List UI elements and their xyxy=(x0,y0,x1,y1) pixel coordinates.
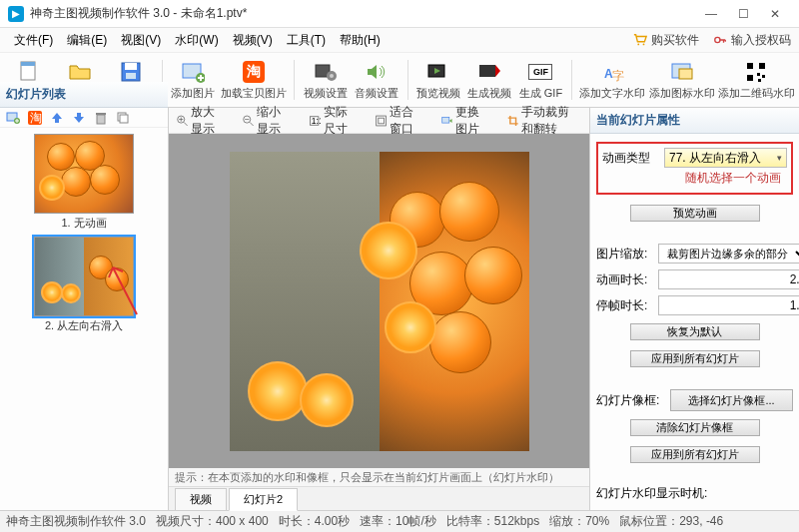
menu-file[interactable]: 文件(F) xyxy=(8,29,59,52)
restore-default-button[interactable]: 恢复为默认 xyxy=(630,323,760,340)
hint-text: 提示：在本页添加的水印和像框，只会显示在当前幻灯片画面上（幻灯片水印） xyxy=(169,468,589,486)
qr-watermark-button[interactable]: 添加二维码水印 xyxy=(718,56,795,105)
license-label: 输入授权码 xyxy=(731,32,791,49)
anim-dur-label: 动画时长: xyxy=(596,271,654,288)
svg-text:1:1: 1:1 xyxy=(312,115,320,125)
svg-point-12 xyxy=(330,74,334,78)
export-icon xyxy=(477,60,501,84)
license-link[interactable]: 输入授权码 xyxy=(713,32,791,49)
sidebar: 幻灯片列表 淘 1. 无动画 xyxy=(0,108,169,510)
select-frame-button[interactable]: 选择幻灯片像框... xyxy=(670,389,793,411)
slide-thumb-1[interactable]: 1. 无动画 xyxy=(34,134,134,231)
thumb-caption: 1. 无动画 xyxy=(61,216,106,231)
menu-edit[interactable]: 编辑(E) xyxy=(61,29,113,52)
crop-icon xyxy=(507,113,518,129)
slide-thumb-2[interactable]: 2. 从左向右滑入 xyxy=(34,237,134,333)
sidebar-title: 幻灯片列表 xyxy=(0,82,168,108)
key-icon xyxy=(713,33,727,47)
status-duration: 时长：4.00秒 xyxy=(279,513,350,530)
wm-during-anim-checkbox[interactable]: 在动画过程中显示水印 xyxy=(596,508,793,510)
svg-rect-18 xyxy=(679,69,692,79)
toolbar-separator xyxy=(407,60,408,100)
scale-dropdown[interactable]: 裁剪图片边缘多余的部分 xyxy=(658,244,799,264)
preview-anim-button[interactable]: 预览动画 xyxy=(630,205,760,222)
statusbar: 神奇主图视频制作软件 3.0 视频尺寸：400 x 400 时长：4.00秒 速… xyxy=(0,510,799,532)
add-image-button[interactable]: 添加图片 xyxy=(169,56,218,105)
move-down-icon[interactable] xyxy=(72,111,86,125)
menu-tools[interactable]: 工具(T) xyxy=(281,29,332,52)
audio-settings-icon xyxy=(365,60,389,84)
save-icon xyxy=(119,60,143,84)
status-mouse: 鼠标位置：293, -46 xyxy=(619,513,723,530)
properties-title: 当前幻灯片属性 xyxy=(590,108,799,134)
export-gif-button[interactable]: GIF生成 GIF xyxy=(516,56,565,105)
thumb-caption: 2. 从左向右滑入 xyxy=(45,318,123,333)
anim-dur-input[interactable] xyxy=(658,269,799,289)
svg-rect-14 xyxy=(479,65,495,77)
tab-video[interactable]: 视频 xyxy=(175,488,227,510)
sidebar-toolbar: 淘 xyxy=(0,108,168,128)
move-up-icon[interactable] xyxy=(50,111,64,125)
load-taobao-button[interactable]: 淘加载宝贝图片 xyxy=(220,56,288,105)
maximize-button[interactable]: ☐ xyxy=(727,0,759,28)
menu-video[interactable]: 视频(V) xyxy=(227,29,279,52)
tab-slide2[interactable]: 幻灯片2 xyxy=(229,488,298,511)
video-settings-button[interactable]: 视频设置 xyxy=(301,56,350,105)
preview-video-button[interactable]: 预览视频 xyxy=(413,56,462,105)
buy-link[interactable]: 购买软件 xyxy=(633,32,699,49)
minimize-button[interactable]: — xyxy=(695,0,727,28)
menu-help[interactable]: 帮助(H) xyxy=(334,29,387,52)
canvas-area[interactable] xyxy=(169,134,589,468)
scale-label: 图片缩放: xyxy=(596,246,654,263)
preview-icon xyxy=(426,60,450,84)
close-button[interactable]: ✕ xyxy=(759,0,791,28)
export-video-button[interactable]: 生成视频 xyxy=(465,56,514,105)
svg-text:淘: 淘 xyxy=(30,111,42,125)
svg-rect-32 xyxy=(120,115,128,123)
status-bitrate: 比特率：512kbps xyxy=(446,513,539,530)
center-panel: 放大显示 缩小显示 1:1实际尺寸 适合窗口 更换图片 手动裁剪和翻转 xyxy=(169,108,589,510)
svg-point-0 xyxy=(637,44,639,46)
svg-rect-6 xyxy=(125,63,137,70)
delete-slide-icon[interactable] xyxy=(94,111,108,125)
svg-rect-37 xyxy=(376,116,386,126)
status-fps: 速率：10帧/秒 xyxy=(360,513,436,530)
toolbar-separator xyxy=(294,60,295,100)
properties-body: 动画类型 77. 从左向右滑入 随机选择一个动画 预览动画 图片缩放: 裁剪图片… xyxy=(590,134,799,510)
taobao-small-icon[interactable]: 淘 xyxy=(28,111,42,125)
new-icon xyxy=(17,60,41,84)
add-slide-icon[interactable] xyxy=(6,111,20,125)
apply-all-frame-button[interactable]: 应用到所有幻灯片 xyxy=(630,446,760,463)
canvas xyxy=(230,152,529,451)
menu-view[interactable]: 视图(V) xyxy=(115,29,167,52)
taobao-icon: 淘 xyxy=(242,60,266,84)
fit-icon xyxy=(376,113,387,129)
svg-rect-7 xyxy=(126,73,136,79)
pause-dur-input[interactable] xyxy=(658,295,799,315)
thumb-image xyxy=(34,237,134,316)
window-title: 神奇主图视频制作软件 3.0 - 未命名1.ptv* xyxy=(30,5,247,22)
replace-icon xyxy=(441,113,452,129)
text-watermark-button[interactable]: A字添加文字水印 xyxy=(578,56,646,105)
zoom-out-icon xyxy=(243,113,254,129)
svg-rect-30 xyxy=(96,113,106,115)
svg-rect-19 xyxy=(747,63,753,69)
svg-rect-29 xyxy=(97,115,105,124)
svg-rect-24 xyxy=(758,79,761,82)
open-icon xyxy=(68,60,92,84)
copy-slide-icon[interactable] xyxy=(116,111,130,125)
cart-icon xyxy=(633,33,647,47)
clear-frame-button[interactable]: 清除幻灯片像框 xyxy=(630,419,760,436)
qr-icon xyxy=(744,60,768,84)
menu-watermark[interactable]: 水印(W) xyxy=(169,29,224,52)
audio-settings-button[interactable]: 音频设置 xyxy=(352,56,400,105)
random-anim-link[interactable]: 随机选择一个动画 xyxy=(602,168,787,189)
image-watermark-button[interactable]: 添加图标水印 xyxy=(648,56,716,105)
toolbar-separator xyxy=(571,60,572,100)
svg-text:字: 字 xyxy=(612,69,624,83)
pause-dur-label: 停帧时长: xyxy=(596,297,654,314)
svg-rect-22 xyxy=(757,73,760,76)
anim-type-dropdown[interactable]: 77. 从左向右滑入 xyxy=(664,148,787,168)
apply-all-anim-button[interactable]: 应用到所有幻灯片 xyxy=(630,350,760,367)
text-watermark-icon: A字 xyxy=(600,60,624,84)
